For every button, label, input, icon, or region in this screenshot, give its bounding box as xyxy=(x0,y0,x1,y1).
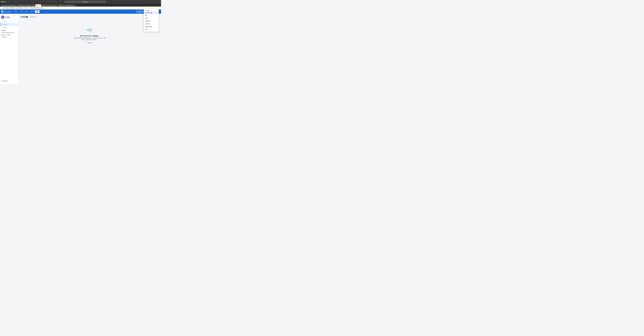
sidebar-settings-area: ⚙ 项目设置 « xyxy=(0,79,18,83)
create-button[interactable]: 新建 xyxy=(35,10,40,13)
filter-toggle-button[interactable]: 切换筛选器 ▾ xyxy=(29,16,38,18)
nav-issue-label: 问题 xyxy=(25,11,27,12)
address-bar[interactable]: localhost xyxy=(64,1,106,3)
browser-tab-5[interactable]: A Connecting Jira applications to MySQL … xyxy=(58,4,76,6)
user-mgmt-label: 用户管理 xyxy=(145,23,150,25)
project-name: 演示项目 xyxy=(5,16,10,18)
close-traffic-light[interactable] xyxy=(1,1,2,2)
dropdown-item-issues[interactable]: 问题 xyxy=(144,17,159,20)
tab-label-3: - Jira xyxy=(38,5,40,6)
svg-point-19 xyxy=(91,31,91,31)
maximize-traffic-light[interactable] xyxy=(4,1,6,2)
sidebar-item-issues[interactable]: 问题 xyxy=(0,23,18,26)
svg-point-11 xyxy=(91,29,91,29)
svg-line-5 xyxy=(88,29,89,30)
project-status-badge xyxy=(4,18,4,19)
search-icon: 🔍 xyxy=(137,11,138,12)
tab-label-4: Running the setup wizard | Administering… xyxy=(44,5,57,6)
svg-text:演: 演 xyxy=(2,17,4,18)
jira-logo: Jira Software xyxy=(1,11,12,13)
add-link-button[interactable]: + 新增链接 xyxy=(0,36,18,38)
svg-rect-10 xyxy=(89,29,90,29)
sidebar-link-1[interactable]: Project management ideas xyxy=(0,31,18,34)
applications-badge: 2 xyxy=(151,12,152,13)
dropdown-item-upgrade-report[interactable]: 最新升级报告 xyxy=(144,25,159,28)
empty-state-description: 这是您和您的团队将创建和解决的问题。有效添加估计至计划、跟踪和报告。通过创建以下… xyxy=(73,37,106,41)
dropdown-section-title: JIRA管理 xyxy=(144,9,159,11)
sidebar-item-issues-label: 问题 xyxy=(4,24,6,25)
sidebar-collapse-button[interactable]: « xyxy=(16,80,17,82)
empty-state: 项目中所有工作的计划、跟踪和报告。 这是您和您的团队将创建和解决的问题。有效添加… xyxy=(21,20,158,50)
warning-icon: ⚠ xyxy=(1,7,2,9)
sidebar-item-summary[interactable]: 〜 汇总 xyxy=(0,20,18,23)
project-avatar: 演 xyxy=(1,16,4,19)
search-placeholder: 搜索 xyxy=(139,11,141,12)
top-nav: Jira Software 仪表板 ▾ 项目 ▾ 问题 ▾ 面板 ▾ 新建 🔍 … xyxy=(0,9,161,14)
summary-icon: 〜 xyxy=(2,21,3,22)
settings-label: 项目设置 xyxy=(3,80,7,82)
tab-label-5: Connecting Jira applications to MySQL 5.… xyxy=(62,5,74,6)
projects-label: 项目 xyxy=(145,15,148,16)
dropdown-item-user-mgmt[interactable]: 用户管理 xyxy=(144,23,159,25)
issues-icon xyxy=(2,24,3,25)
tab-favicon-4: A xyxy=(42,5,44,6)
upgrade-report-label: 最新升级报告 xyxy=(145,26,152,28)
browser-chrome: ‹ › localhost J haxqer/jira: The simples… xyxy=(0,0,161,6)
system-label: 系统 xyxy=(145,29,148,30)
nav-project[interactable]: 项目 ▾ xyxy=(19,10,24,13)
issues-admin-label: 问题 xyxy=(145,18,148,19)
sidebar-link-2[interactable]: Working in a project xyxy=(0,34,18,36)
cancel-access-link[interactable]: 取消访问 xyxy=(25,7,29,9)
tab-favicon-5: A xyxy=(60,5,61,6)
browser-title-bar: ‹ › localhost xyxy=(0,0,161,3)
sidebar-item-reports-label: 报告 xyxy=(4,27,6,28)
empty-state-illustration xyxy=(86,27,93,34)
tab-label-1: haxqer/jira: The simplest docker file of… xyxy=(4,5,17,6)
notification-text: 您可以临时访问管理功能。如果不再需要，请 xyxy=(3,7,24,9)
browser-nav-buttons: ‹ › xyxy=(6,1,10,3)
browser-tab-2[interactable]: D haxqer/jira - Docker Image | Docker Hu… xyxy=(18,4,35,6)
main-layout: 演 演示项目 〜 汇总 问题 ↗ 报告 项目链接 Project managem xyxy=(0,14,161,84)
svg-rect-2 xyxy=(2,24,3,25)
notification-end: 。 xyxy=(44,7,44,9)
manage-apps-label: 管理应用 xyxy=(145,20,150,22)
minimize-traffic-light[interactable] xyxy=(3,1,4,2)
forward-button[interactable]: › xyxy=(8,1,10,3)
sidebar-item-summary-label: 汇总 xyxy=(4,21,6,22)
jira-logo-text: Jira Software xyxy=(4,11,12,12)
tab-favicon-1: J xyxy=(2,5,3,6)
nav-issue[interactable]: 问题 ▾ xyxy=(24,10,29,13)
notification-middle: 。更多信息, 请查看 xyxy=(29,7,38,9)
nav-dashboard[interactable]: 仪表板 ▾ xyxy=(13,10,19,13)
chevron-down-icon-2: ▾ xyxy=(22,11,23,12)
browser-tab-3[interactable]: ◆ - Jira xyxy=(36,4,41,6)
nav-board-label: 面板 xyxy=(30,11,32,12)
tab-favicon-2: D xyxy=(19,5,20,6)
page-header: 打开问题 切换筛选器 ▾ xyxy=(21,16,158,18)
project-settings-link[interactable]: ⚙ 项目设置 xyxy=(1,80,7,82)
nav-dashboard-label: 仪表板 xyxy=(14,11,17,12)
sidebar-item-reports[interactable]: ↗ 报告 xyxy=(0,26,18,29)
browser-tab-4[interactable]: A Running the setup wizard | Administeri… xyxy=(41,4,58,6)
dropdown-item-manage-apps[interactable]: 管理应用 xyxy=(144,20,159,23)
back-button[interactable]: ‹ xyxy=(6,1,8,3)
jira-logo-icon xyxy=(1,11,3,13)
dropdown-item-projects[interactable]: 项目 xyxy=(144,14,159,17)
svg-line-7 xyxy=(88,30,89,31)
create-issue-link[interactable]: + 创建问题 xyxy=(87,42,92,44)
svg-point-15 xyxy=(91,30,91,30)
dropdown-item-applications[interactable]: 应用程序 2 xyxy=(144,11,159,14)
tab-favicon-3: ◆ xyxy=(36,5,38,6)
settings-gear-icon: ⚙ xyxy=(1,80,2,82)
chevron-down-icon: ▾ xyxy=(17,11,18,12)
tab-label-2: haxqer/jira - Docker Image | Docker Hub xyxy=(21,5,32,6)
dropdown-item-system[interactable]: 系统 xyxy=(144,28,159,31)
related-docs-link[interactable]: 相关文档 xyxy=(39,7,43,9)
tab-badge-2: 2 xyxy=(33,5,34,6)
applications-label: 应用程序 xyxy=(145,12,150,14)
url-text: localhost xyxy=(83,1,87,2)
sidebar-section-links: 项目链接 xyxy=(0,29,18,31)
browser-tab-1[interactable]: J haxqer/jira: The simplest docker file … xyxy=(1,4,18,6)
page-title: 打开问题 xyxy=(21,16,28,18)
nav-board[interactable]: 面板 ▾ xyxy=(30,10,34,13)
